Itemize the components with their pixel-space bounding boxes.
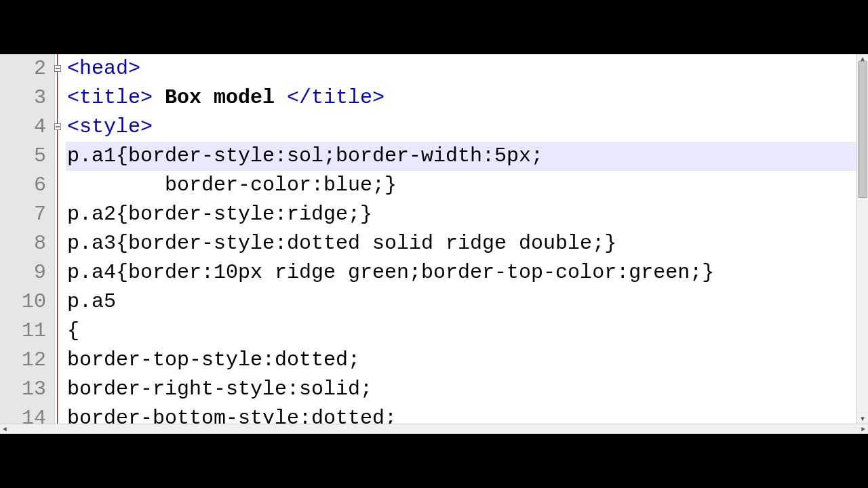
letterbox-top xyxy=(0,0,868,54)
fold-toggle-icon[interactable] xyxy=(54,65,61,72)
line-number: 13 xyxy=(0,375,54,404)
horizontal-scrollbar[interactable]: ◄ ► xyxy=(0,424,868,434)
fold-toggle-icon[interactable] xyxy=(54,123,61,130)
code-token: border-bottom-style:dotted; xyxy=(67,407,397,424)
vertical-scrollbar[interactable]: ▲ ▼ xyxy=(856,54,868,424)
code-token: <title> xyxy=(67,86,153,109)
code-line[interactable]: border-bottom-style:dotted; xyxy=(66,404,856,424)
horizontal-scroll-track[interactable] xyxy=(9,424,859,434)
line-number: 2 xyxy=(0,54,54,83)
line-number: 4 xyxy=(0,113,54,142)
code-line[interactable]: border-color:blue;} xyxy=(66,171,856,200)
code-line[interactable]: <title> Box model </title> xyxy=(66,83,856,113)
line-number: 12 xyxy=(0,346,54,375)
scroll-down-arrow-icon[interactable]: ▼ xyxy=(857,414,868,424)
code-token: p.a4{border:10px ridge green;border-top-… xyxy=(67,261,714,284)
scroll-right-arrow-icon[interactable]: ► xyxy=(859,426,868,433)
scroll-left-arrow-icon[interactable]: ◄ xyxy=(0,426,9,433)
code-token: p.a5 xyxy=(67,290,116,313)
code-token: <head> xyxy=(67,57,140,80)
code-token: border-top-style:dotted; xyxy=(67,348,360,371)
code-line[interactable]: p.a3{border-style:dotted solid ridge dou… xyxy=(66,229,856,258)
line-number-gutter: 234567891011121314 xyxy=(0,54,54,424)
code-token: border-right-style:solid; xyxy=(67,378,372,401)
code-token: p.a3{border-style:dotted solid ridge dou… xyxy=(67,232,616,255)
vertical-scroll-thumb[interactable] xyxy=(858,61,867,198)
line-number: 10 xyxy=(0,287,54,317)
code-token: p.a1{border-style:sol;border-width:5px; xyxy=(67,144,543,167)
code-token: <style> xyxy=(67,115,153,138)
fold-strip[interactable] xyxy=(54,54,66,424)
line-number: 8 xyxy=(0,229,54,258)
code-token: border-color:blue;} xyxy=(67,174,397,197)
letterbox-bottom xyxy=(0,434,868,488)
code-editor: 234567891011121314 <head><title> Box mod… xyxy=(0,54,868,434)
code-token: { xyxy=(67,319,79,342)
code-token: p.a2{border-style:ridge;} xyxy=(67,203,372,226)
code-line[interactable]: <head> xyxy=(66,54,856,83)
editor-body: 234567891011121314 <head><title> Box mod… xyxy=(0,54,868,424)
code-line[interactable]: p.a5 xyxy=(66,287,856,317)
line-number: 6 xyxy=(0,171,54,200)
line-number: 3 xyxy=(0,83,54,113)
code-line[interactable]: border-right-style:solid; xyxy=(66,375,856,404)
code-line[interactable]: <style> xyxy=(66,113,856,142)
code-token: Box model xyxy=(153,86,287,109)
line-number: 11 xyxy=(0,317,54,346)
code-token: </title> xyxy=(287,86,384,109)
code-line[interactable]: border-top-style:dotted; xyxy=(66,346,856,375)
line-number: 14 xyxy=(0,404,54,424)
code-line[interactable]: p.a4{border:10px ridge green;border-top-… xyxy=(66,258,856,287)
code-line[interactable]: p.a2{border-style:ridge;} xyxy=(66,200,856,229)
code-line[interactable]: p.a1{border-style:sol;border-width:5px; xyxy=(66,142,856,171)
line-number: 5 xyxy=(0,142,54,171)
code-line[interactable]: { xyxy=(66,317,856,346)
line-number: 9 xyxy=(0,258,54,287)
code-area[interactable]: <head><title> Box model </title><style>p… xyxy=(66,54,856,424)
line-number: 7 xyxy=(0,200,54,229)
